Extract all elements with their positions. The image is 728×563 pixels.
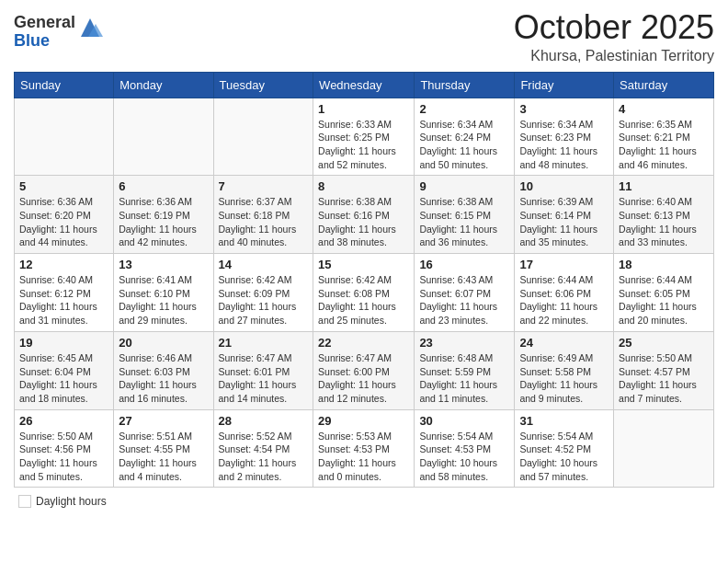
day-info: Sunrise: 6:43 AMSunset: 6:07 PMDaylight:… bbox=[419, 273, 509, 327]
month-title: October 2025 bbox=[514, 9, 714, 46]
day-number: 4 bbox=[619, 102, 709, 116]
day-number: 12 bbox=[19, 258, 108, 271]
calendar-cell: 11Sunrise: 6:40 AMSunset: 6:13 PMDayligh… bbox=[614, 176, 714, 254]
calendar-cell bbox=[114, 98, 213, 176]
day-number: 3 bbox=[519, 102, 609, 116]
day-number: 15 bbox=[318, 258, 409, 271]
calendar-cell: 28Sunrise: 5:52 AMSunset: 4:54 PMDayligh… bbox=[213, 409, 313, 488]
day-info: Sunrise: 5:54 AMSunset: 4:53 PMDaylight:… bbox=[419, 430, 509, 484]
calendar-header-row: SundayMondayTuesdayWednesdayThursdayFrid… bbox=[15, 72, 714, 98]
calendar-cell: 12Sunrise: 6:40 AMSunset: 6:12 PMDayligh… bbox=[15, 254, 114, 332]
calendar-cell: 3Sunrise: 6:34 AMSunset: 6:23 PMDaylight… bbox=[515, 98, 614, 176]
calendar-cell: 6Sunrise: 6:36 AMSunset: 6:19 PMDaylight… bbox=[114, 176, 213, 254]
day-number: 1 bbox=[318, 102, 409, 116]
day-info: Sunrise: 5:54 AMSunset: 4:52 PMDaylight:… bbox=[519, 430, 609, 484]
day-info: Sunrise: 6:40 AMSunset: 6:13 PMDaylight:… bbox=[619, 195, 709, 249]
calendar-cell bbox=[213, 98, 313, 176]
calendar-cell bbox=[614, 409, 714, 488]
calendar-cell: 1Sunrise: 6:33 AMSunset: 6:25 PMDaylight… bbox=[313, 98, 415, 176]
day-info: Sunrise: 6:40 AMSunset: 6:12 PMDaylight:… bbox=[19, 273, 108, 327]
day-info: Sunrise: 6:36 AMSunset: 6:19 PMDaylight:… bbox=[119, 195, 208, 249]
day-number: 30 bbox=[419, 414, 509, 428]
day-info: Sunrise: 6:46 AMSunset: 6:03 PMDaylight:… bbox=[119, 351, 208, 406]
day-info: Sunrise: 6:45 AMSunset: 6:04 PMDaylight:… bbox=[19, 351, 108, 406]
day-number: 16 bbox=[419, 258, 509, 271]
calendar-cell: 17Sunrise: 6:44 AMSunset: 6:06 PMDayligh… bbox=[515, 254, 614, 332]
logo-text: General Blue bbox=[14, 14, 75, 51]
day-number: 26 bbox=[19, 414, 108, 428]
calendar-week-row: 5Sunrise: 6:36 AMSunset: 6:20 PMDaylight… bbox=[15, 176, 714, 254]
calendar-weekday-monday: Monday bbox=[114, 72, 213, 98]
day-info: Sunrise: 6:39 AMSunset: 6:14 PMDaylight:… bbox=[519, 195, 609, 249]
calendar-cell: 23Sunrise: 6:48 AMSunset: 5:59 PMDayligh… bbox=[415, 331, 515, 409]
calendar-cell: 8Sunrise: 6:38 AMSunset: 6:16 PMDaylight… bbox=[313, 176, 415, 254]
day-number: 17 bbox=[519, 258, 609, 271]
day-number: 8 bbox=[318, 179, 409, 193]
day-number: 25 bbox=[619, 336, 709, 350]
day-number: 13 bbox=[119, 258, 208, 271]
day-number: 28 bbox=[219, 414, 309, 428]
legend-item: Daylight hours bbox=[18, 495, 107, 508]
day-number: 6 bbox=[119, 179, 208, 193]
page-header: General Blue October 2025 Khursa, Palest… bbox=[14, 9, 714, 64]
calendar-cell: 22Sunrise: 6:47 AMSunset: 6:00 PMDayligh… bbox=[313, 331, 415, 409]
day-number: 27 bbox=[119, 414, 208, 428]
calendar-cell: 20Sunrise: 6:46 AMSunset: 6:03 PMDayligh… bbox=[114, 331, 213, 409]
day-info: Sunrise: 6:38 AMSunset: 6:15 PMDaylight:… bbox=[419, 195, 509, 249]
calendar-cell: 31Sunrise: 5:54 AMSunset: 4:52 PMDayligh… bbox=[515, 409, 614, 488]
calendar-weekday-thursday: Thursday bbox=[415, 72, 515, 98]
legend-label: Daylight hours bbox=[36, 495, 107, 508]
logo: General Blue bbox=[14, 14, 103, 51]
day-info: Sunrise: 6:41 AMSunset: 6:10 PMDaylight:… bbox=[119, 273, 208, 327]
day-info: Sunrise: 5:52 AMSunset: 4:54 PMDaylight:… bbox=[219, 430, 309, 484]
day-number: 19 bbox=[19, 336, 108, 350]
day-info: Sunrise: 6:34 AMSunset: 6:24 PMDaylight:… bbox=[419, 118, 509, 172]
day-number: 21 bbox=[219, 336, 309, 350]
day-number: 7 bbox=[219, 179, 309, 193]
calendar-cell: 24Sunrise: 6:49 AMSunset: 5:58 PMDayligh… bbox=[515, 331, 614, 409]
day-info: Sunrise: 6:35 AMSunset: 6:21 PMDaylight:… bbox=[619, 118, 709, 172]
day-info: Sunrise: 6:38 AMSunset: 6:16 PMDaylight:… bbox=[318, 195, 409, 249]
calendar-cell: 27Sunrise: 5:51 AMSunset: 4:55 PMDayligh… bbox=[114, 409, 213, 488]
day-info: Sunrise: 5:53 AMSunset: 4:53 PMDaylight:… bbox=[318, 430, 409, 484]
calendar-weekday-tuesday: Tuesday bbox=[213, 72, 313, 98]
calendar-week-row: 12Sunrise: 6:40 AMSunset: 6:12 PMDayligh… bbox=[15, 254, 714, 332]
day-info: Sunrise: 5:50 AMSunset: 4:56 PMDaylight:… bbox=[19, 430, 108, 484]
calendar-cell: 10Sunrise: 6:39 AMSunset: 6:14 PMDayligh… bbox=[515, 176, 614, 254]
day-info: Sunrise: 6:47 AMSunset: 6:00 PMDaylight:… bbox=[318, 351, 409, 406]
day-number: 20 bbox=[119, 336, 208, 350]
day-number: 23 bbox=[419, 336, 509, 350]
day-info: Sunrise: 6:47 AMSunset: 6:01 PMDaylight:… bbox=[219, 351, 309, 406]
calendar-week-row: 19Sunrise: 6:45 AMSunset: 6:04 PMDayligh… bbox=[15, 331, 714, 409]
day-info: Sunrise: 6:49 AMSunset: 5:58 PMDaylight:… bbox=[519, 351, 609, 406]
calendar-table: SundayMondayTuesdayWednesdayThursdayFrid… bbox=[14, 72, 714, 488]
calendar-cell: 7Sunrise: 6:37 AMSunset: 6:18 PMDaylight… bbox=[213, 176, 313, 254]
calendar-weekday-friday: Friday bbox=[515, 72, 614, 98]
day-number: 10 bbox=[519, 179, 609, 193]
day-number: 18 bbox=[619, 258, 709, 271]
calendar-cell: 14Sunrise: 6:42 AMSunset: 6:09 PMDayligh… bbox=[213, 254, 313, 332]
logo-blue: Blue bbox=[14, 32, 75, 51]
calendar-cell: 19Sunrise: 6:45 AMSunset: 6:04 PMDayligh… bbox=[15, 331, 114, 409]
calendar-cell: 2Sunrise: 6:34 AMSunset: 6:24 PMDaylight… bbox=[415, 98, 515, 176]
calendar-cell: 25Sunrise: 5:50 AMSunset: 4:57 PMDayligh… bbox=[614, 331, 714, 409]
day-number: 31 bbox=[519, 414, 609, 428]
day-number: 14 bbox=[219, 258, 309, 271]
calendar-cell: 15Sunrise: 6:42 AMSunset: 6:08 PMDayligh… bbox=[313, 254, 415, 332]
legend-color-box bbox=[18, 495, 31, 508]
legend: Daylight hours bbox=[14, 495, 714, 511]
day-info: Sunrise: 6:33 AMSunset: 6:25 PMDaylight:… bbox=[318, 118, 409, 172]
calendar-cell: 13Sunrise: 6:41 AMSunset: 6:10 PMDayligh… bbox=[114, 254, 213, 332]
calendar-cell: 9Sunrise: 6:38 AMSunset: 6:15 PMDaylight… bbox=[415, 176, 515, 254]
day-info: Sunrise: 6:37 AMSunset: 6:18 PMDaylight:… bbox=[219, 195, 309, 249]
calendar-cell bbox=[15, 98, 114, 176]
calendar-weekday-sunday: Sunday bbox=[15, 72, 114, 98]
calendar-cell: 4Sunrise: 6:35 AMSunset: 6:21 PMDaylight… bbox=[614, 98, 714, 176]
calendar-cell: 21Sunrise: 6:47 AMSunset: 6:01 PMDayligh… bbox=[213, 331, 313, 409]
calendar-weekday-saturday: Saturday bbox=[614, 72, 714, 98]
day-info: Sunrise: 6:34 AMSunset: 6:23 PMDaylight:… bbox=[519, 118, 609, 172]
calendar-cell: 16Sunrise: 6:43 AMSunset: 6:07 PMDayligh… bbox=[415, 254, 515, 332]
day-info: Sunrise: 6:42 AMSunset: 6:08 PMDaylight:… bbox=[318, 273, 409, 327]
day-number: 9 bbox=[419, 179, 509, 193]
calendar-cell: 26Sunrise: 5:50 AMSunset: 4:56 PMDayligh… bbox=[15, 409, 114, 488]
